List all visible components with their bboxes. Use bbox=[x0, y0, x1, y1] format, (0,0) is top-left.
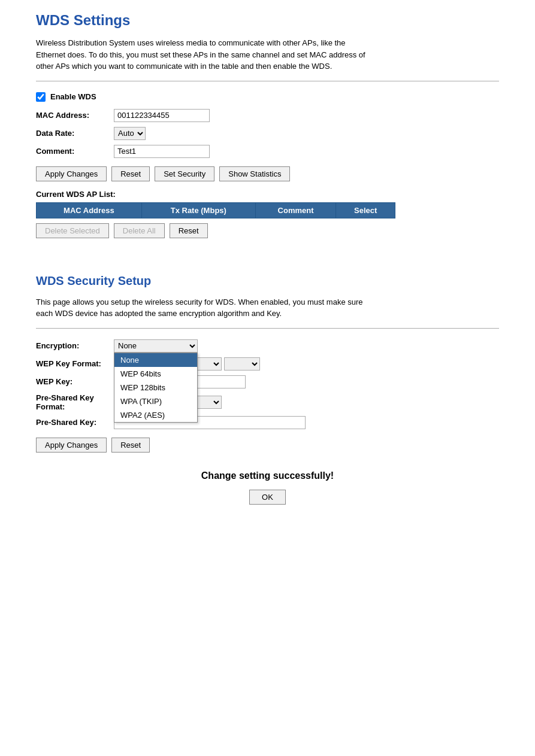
comment-input[interactable] bbox=[114, 145, 210, 158]
wds-settings-section: WDS Settings Wireless Distribution Syste… bbox=[36, 12, 499, 238]
security-reset-button[interactable]: Reset bbox=[111, 438, 150, 453]
mac-address-label: MAC Address: bbox=[36, 111, 114, 120]
ok-button-row: OK bbox=[36, 490, 499, 505]
ap-list-section: Current WDS AP List: MAC Address Tx Rate… bbox=[36, 190, 499, 238]
enable-wds-checkbox[interactable] bbox=[36, 92, 46, 102]
success-message: Change setting successfully! bbox=[36, 470, 499, 481]
ap-list-table: MAC Address Tx Rate (Mbps) Comment Selec… bbox=[36, 202, 395, 218]
wep-key-label: WEP Key: bbox=[36, 377, 114, 386]
wep-key-row: WEP Key: bbox=[36, 375, 499, 388]
mac-address-row: MAC Address: bbox=[36, 109, 499, 122]
enable-wds-label: Enable WDS bbox=[50, 92, 96, 101]
wds-settings-divider bbox=[36, 81, 499, 81]
comment-label: Comment: bbox=[36, 147, 114, 156]
comment-row: Comment: bbox=[36, 145, 499, 158]
page-wrapper: WDS Settings Wireless Distribution Syste… bbox=[36, 12, 499, 505]
wds-settings-description: Wireless Distribution System uses wirele… bbox=[36, 37, 371, 72]
apply-changes-button[interactable]: Apply Changes bbox=[36, 166, 107, 181]
data-rate-select[interactable]: Auto 1 2 5.5 11 6 9 12 18 24 36 48 54 bbox=[114, 127, 146, 140]
wds-security-divider bbox=[36, 328, 499, 329]
delete-all-button[interactable]: Delete All bbox=[114, 223, 165, 238]
pre-shared-key-format-label: Pre-Shared Key Format: bbox=[36, 393, 114, 411]
reset-table-button[interactable]: Reset bbox=[170, 223, 208, 238]
data-rate-label: Data Rate: bbox=[36, 129, 114, 138]
ap-list-header-row: MAC Address Tx Rate (Mbps) Comment Selec… bbox=[37, 202, 395, 218]
enable-wds-row: Enable WDS bbox=[36, 92, 499, 102]
col-select: Select bbox=[336, 202, 395, 218]
option-wpa2-aes[interactable]: WPA2 (AES) bbox=[114, 408, 197, 422]
wds-security-title: WDS Security Setup bbox=[36, 274, 499, 288]
encryption-dropdown-menu: None WEP 64bits WEP 128bits WPA (TKIP) W… bbox=[114, 353, 198, 423]
security-buttons-row: Apply Changes Reset bbox=[36, 438, 499, 453]
option-wep64[interactable]: WEP 64bits bbox=[114, 367, 197, 381]
option-wpa-tkip[interactable]: WPA (TKIP) bbox=[114, 394, 197, 408]
wds-settings-buttons: Apply Changes Reset Set Security Show St… bbox=[36, 166, 499, 181]
security-apply-changes-button[interactable]: Apply Changes bbox=[36, 438, 107, 453]
encryption-row: Encryption: None WEP 64bits WEP 128bits … bbox=[36, 339, 499, 353]
encryption-label: Encryption: bbox=[36, 341, 114, 350]
wep-key-format-select2[interactable] bbox=[224, 357, 260, 371]
delete-buttons-row: Delete Selected Delete All Reset bbox=[36, 223, 499, 238]
pre-shared-key-row: Pre-Shared Key: bbox=[36, 416, 499, 429]
encryption-select[interactable]: None WEP 64bits WEP 128bits WPA (TKIP) W… bbox=[114, 339, 198, 353]
reset-button[interactable]: Reset bbox=[111, 166, 150, 181]
pre-shared-key-label: Pre-Shared Key: bbox=[36, 418, 114, 427]
option-wep128[interactable]: WEP 128bits bbox=[114, 381, 197, 394]
ok-button[interactable]: OK bbox=[249, 490, 286, 505]
mac-address-input[interactable] bbox=[114, 109, 210, 122]
data-rate-row: Data Rate: Auto 1 2 5.5 11 6 9 12 18 24 … bbox=[36, 127, 499, 140]
col-comment: Comment bbox=[255, 202, 336, 218]
current-ap-list-label: Current WDS AP List: bbox=[36, 190, 499, 199]
col-tx-rate: Tx Rate (Mbps) bbox=[141, 202, 255, 218]
wep-key-format-label: WEP Key Format: bbox=[36, 359, 114, 368]
col-mac-address: MAC Address bbox=[37, 202, 142, 218]
success-section: Change setting successfully! OK bbox=[36, 470, 499, 505]
encryption-dropdown-container: None WEP 64bits WEP 128bits WPA (TKIP) W… bbox=[114, 339, 198, 353]
wds-security-section: WDS Security Setup This page allows you … bbox=[36, 274, 499, 453]
wds-settings-title: WDS Settings bbox=[36, 12, 499, 29]
delete-selected-button[interactable]: Delete Selected bbox=[36, 223, 109, 238]
pre-shared-key-format-row: Pre-Shared Key Format: bbox=[36, 393, 499, 411]
wep-key-format-row: WEP Key Format: HEX (10 characters) ASCI… bbox=[36, 357, 499, 371]
option-none[interactable]: None bbox=[114, 353, 197, 367]
ap-list-thead: MAC Address Tx Rate (Mbps) Comment Selec… bbox=[37, 202, 395, 218]
set-security-button[interactable]: Set Security bbox=[155, 166, 214, 181]
show-statistics-button[interactable]: Show Statistics bbox=[219, 166, 290, 181]
wds-security-description: This page allows you setup the wireless … bbox=[36, 296, 371, 320]
